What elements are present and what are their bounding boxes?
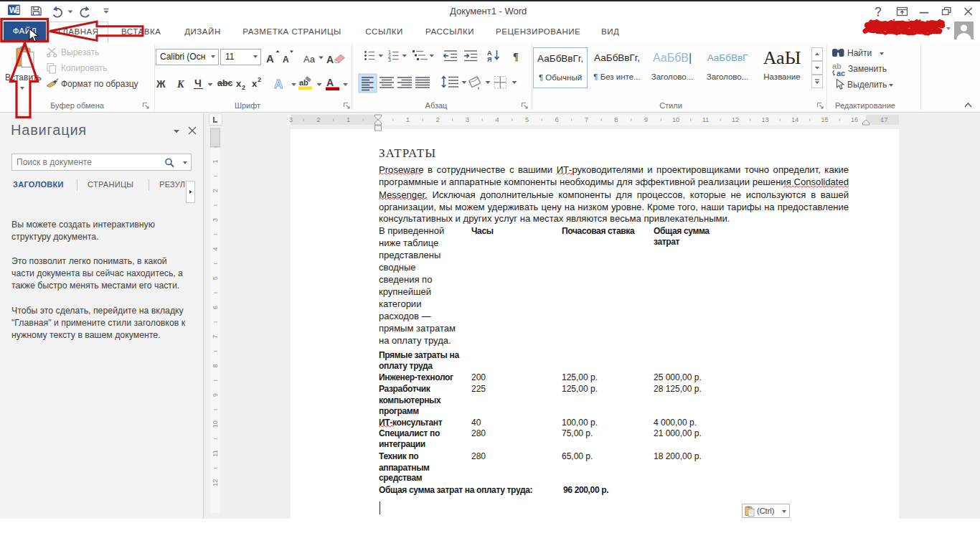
svg-text:ac: ac	[837, 69, 845, 77]
svg-text:А: А	[274, 77, 283, 91]
svg-text:3: 3	[388, 57, 391, 62]
svg-text:А: А	[266, 52, 274, 65]
svg-text:А: А	[326, 54, 334, 65]
svg-text:2: 2	[242, 84, 245, 91]
svg-text:W: W	[9, 6, 17, 14]
svg-text:¶: ¶	[513, 52, 519, 62]
svg-text:x: x	[236, 78, 242, 89]
svg-text:x: x	[252, 78, 258, 89]
svg-text:Ж: Ж	[156, 78, 166, 90]
svg-text:Аа: Аа	[303, 54, 316, 65]
svg-text:2: 2	[258, 76, 261, 83]
svg-text:А: А	[326, 77, 334, 88]
svg-text:Ч: Ч	[194, 77, 202, 89]
svg-text:А: А	[283, 55, 289, 65]
svg-text:К: К	[176, 79, 185, 90]
svg-text:Я: Я	[487, 56, 491, 63]
